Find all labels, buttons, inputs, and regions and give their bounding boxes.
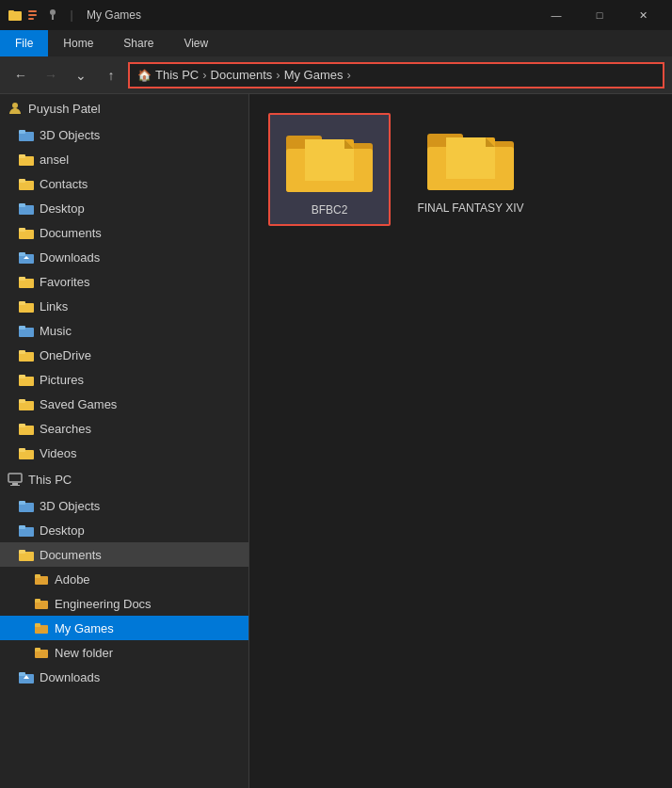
sidebar-label-onedrive: OneDrive — [40, 348, 91, 362]
back-button[interactable]: ← — [8, 62, 34, 88]
folder-ffxiv[interactable]: FINAL FANTASY XIV — [409, 113, 532, 226]
path-sep-1: › — [202, 68, 206, 82]
sidebar-item-pictures[interactable]: Pictures — [0, 367, 248, 392]
menu-tab-share[interactable]: Share — [108, 30, 168, 56]
sidebar-item-documents-pc[interactable]: Documents — [0, 542, 248, 567]
sidebar-item-downloads[interactable]: Downloads — [0, 245, 248, 269]
sidebar-item-desktop-pc[interactable]: Desktop — [0, 518, 248, 542]
svg-rect-34 — [19, 424, 25, 427]
title-bar-controls[interactable]: — □ ✕ — [535, 0, 664, 30]
sidebar-item-savedgames[interactable]: Saved Games — [0, 392, 248, 416]
svg-rect-52 — [35, 623, 40, 627]
sidebar-label-contacts: Contacts — [40, 177, 88, 191]
sidebar-user-label: Puyush Patel — [28, 102, 101, 116]
sidebar-label-desktop-pc: Desktop — [40, 523, 85, 538]
sidebar-this-pc-header[interactable]: This PC — [0, 465, 248, 493]
sidebar-item-adobe[interactable]: Adobe — [0, 567, 248, 591]
path-this-pc[interactable]: This PC — [155, 68, 199, 82]
ffxiv-folder-name: FINAL FANTASY XIV — [417, 201, 523, 215]
home-icon: 🏠 — [137, 69, 152, 82]
up-button[interactable]: ↑ — [98, 62, 124, 88]
links-icon — [19, 298, 34, 314]
sidebar-this-pc-label: This PC — [28, 473, 72, 487]
sidebar-item-3dobjects[interactable]: 3D Objects — [0, 122, 248, 147]
dropdown-button[interactable]: ⌄ — [68, 62, 94, 88]
sidebar-item-music[interactable]: Music — [0, 318, 248, 343]
svg-rect-19 — [19, 252, 25, 256]
sidebar-item-videos[interactable]: Videos — [0, 441, 248, 465]
savedgames-icon — [19, 396, 34, 411]
sidebar-item-links[interactable]: Links — [0, 294, 248, 318]
documents-icon — [19, 225, 34, 240]
3dobjects-pc-icon — [19, 498, 34, 513]
svg-rect-15 — [19, 203, 25, 207]
svg-rect-32 — [19, 399, 25, 403]
title-bar-icons: | — [8, 8, 79, 23]
svg-rect-2 — [28, 10, 37, 12]
new-folder-icon — [34, 645, 49, 660]
sidebar-item-new-folder[interactable]: New folder — [0, 640, 248, 665]
contacts-icon — [19, 176, 34, 191]
svg-rect-11 — [19, 154, 25, 158]
edit-icon — [26, 8, 41, 23]
svg-rect-24 — [19, 301, 25, 305]
forward-button[interactable]: → — [38, 62, 64, 88]
ansel-icon — [19, 152, 34, 167]
music-icon — [19, 323, 34, 338]
ffxiv-folder-icon — [425, 121, 516, 196]
path-documents[interactable]: Documents — [211, 68, 273, 82]
downloads-pc-icon — [19, 669, 34, 684]
sidebar-label-my-games: My Games — [55, 621, 114, 635]
sidebar-item-desktop[interactable]: Desktop — [0, 196, 248, 220]
sidebar-item-ansel[interactable]: ansel — [0, 147, 248, 171]
close-button[interactable]: ✕ — [621, 0, 664, 30]
menu-tab-view[interactable]: View — [168, 30, 223, 56]
svg-rect-17 — [19, 228, 25, 232]
svg-rect-3 — [28, 14, 37, 16]
sidebar-label-documents: Documents — [40, 226, 102, 240]
svg-rect-54 — [35, 648, 40, 651]
svg-rect-56 — [19, 672, 25, 676]
sidebar-label-desktop: Desktop — [40, 201, 85, 216]
searches-icon — [19, 421, 34, 436]
svg-rect-9 — [19, 130, 25, 134]
sidebar: Puyush Patel 3D Objects ansel Contacts — [0, 94, 249, 788]
svg-rect-28 — [19, 350, 25, 354]
title-bar-title: My Games — [87, 8, 527, 22]
path-end-arrow: › — [347, 68, 351, 82]
menu-tab-file[interactable]: File — [0, 30, 48, 56]
menu-tab-home[interactable]: Home — [48, 30, 108, 56]
maximize-button[interactable]: □ — [578, 0, 621, 30]
sidebar-item-engineering-docs[interactable]: Engineering Docs — [0, 591, 248, 616]
svg-rect-38 — [12, 483, 18, 485]
svg-rect-48 — [35, 574, 40, 578]
sidebar-item-favorites[interactable]: Favorites — [0, 269, 248, 294]
user-icon — [8, 101, 23, 116]
svg-rect-1 — [8, 10, 14, 13]
svg-rect-26 — [19, 326, 25, 330]
sidebar-item-documents[interactable]: Documents — [0, 220, 248, 245]
documents-pc-icon — [19, 547, 34, 562]
folder-bfbc2[interactable]: BFBC2 — [268, 113, 391, 226]
address-path[interactable]: 🏠 This PC › Documents › My Games › — [128, 62, 664, 88]
pin-icon — [45, 8, 60, 23]
sidebar-item-downloads-pc[interactable]: Downloads — [0, 665, 248, 689]
path-my-games[interactable]: My Games — [284, 68, 344, 82]
engineering-docs-icon — [34, 596, 49, 611]
svg-point-7 — [12, 103, 18, 108]
sidebar-label-downloads-pc: Downloads — [40, 670, 100, 684]
svg-rect-30 — [19, 375, 25, 378]
sidebar-label-searches: Searches — [40, 422, 91, 436]
sidebar-user-header[interactable]: Puyush Patel — [0, 94, 248, 122]
sidebar-label-3dobjects: 3D Objects — [40, 128, 100, 142]
path-sep-2: › — [276, 68, 280, 82]
sidebar-label-new-folder: New folder — [55, 646, 113, 660]
sidebar-item-3dobjects-pc[interactable]: 3D Objects — [0, 493, 248, 518]
sidebar-item-contacts[interactable]: Contacts — [0, 171, 248, 196]
minimize-button[interactable]: — — [535, 0, 578, 30]
sidebar-item-my-games[interactable]: My Games — [0, 616, 248, 640]
sidebar-item-searches[interactable]: Searches — [0, 416, 248, 441]
sidebar-item-onedrive[interactable]: OneDrive — [0, 343, 248, 367]
computer-icon — [8, 472, 23, 487]
menu-bar: File Home Share View — [0, 30, 672, 56]
